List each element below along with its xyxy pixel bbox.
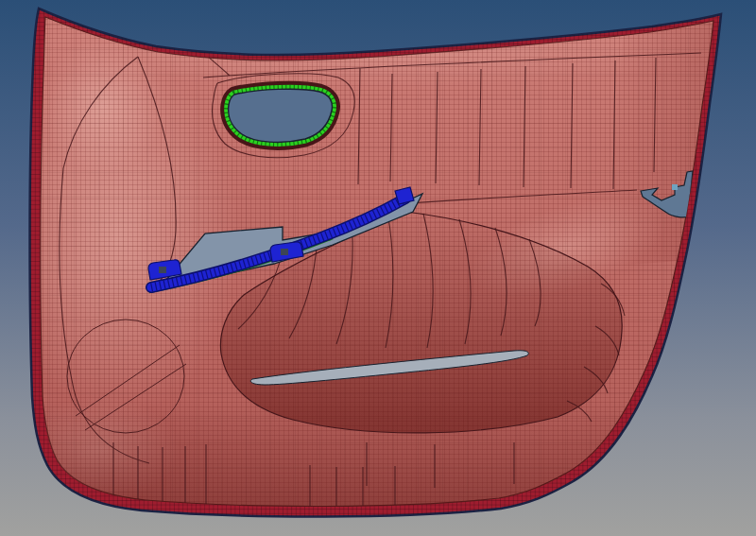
clip-hole-right <box>281 249 288 255</box>
loose-element-tile <box>672 184 678 190</box>
clip-hole-left <box>159 267 166 273</box>
handle-cutout-ring[interactable] <box>229 89 333 142</box>
handle-cutout-hole <box>229 89 333 142</box>
rail-end-block[interactable] <box>395 187 414 204</box>
cad-3d-viewport[interactable] <box>0 0 756 536</box>
mesh-render-canvas[interactable] <box>0 0 756 536</box>
